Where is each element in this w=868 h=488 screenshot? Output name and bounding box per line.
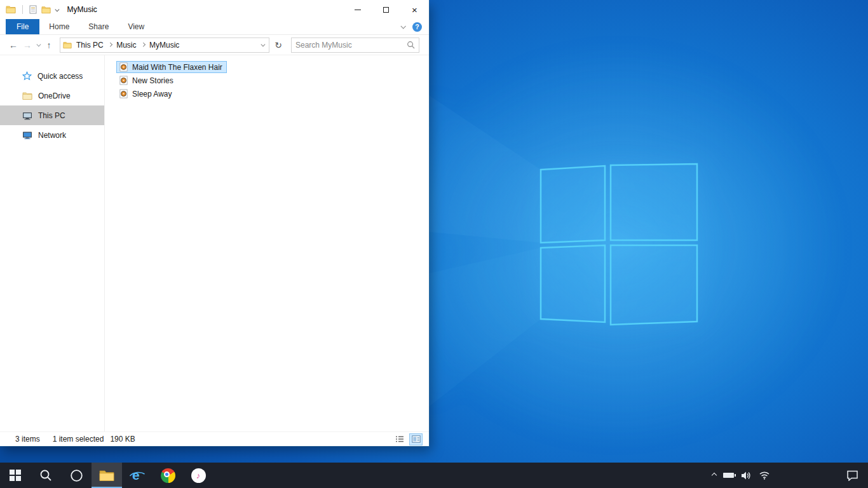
window-folder-icon	[6, 4, 16, 15]
taskbar-search-button[interactable]	[31, 463, 61, 488]
close-icon: ×	[412, 5, 417, 15]
qat-divider	[22, 5, 23, 14]
system-tray	[712, 463, 770, 488]
tab-share[interactable]: Share	[79, 19, 118, 34]
breadcrumb-this-pc[interactable]: This PC	[72, 38, 108, 52]
address-bar[interactable]: This PC Music MyMusic	[60, 37, 269, 53]
sidebar-item-quick-access[interactable]: Quick access	[0, 66, 104, 86]
details-view-button[interactable]	[393, 433, 406, 445]
status-bar: 3 items 1 item selected 190 KB	[0, 431, 429, 446]
breadcrumb-separator-icon	[141, 43, 145, 46]
tab-file[interactable]: File	[6, 19, 39, 34]
explorer-main: Quick access OneDrive This PC	[0, 55, 429, 431]
sidebar-item-network[interactable]: Network	[0, 125, 104, 145]
computer-icon	[22, 111, 32, 121]
show-hidden-icons-chevron-icon[interactable]	[712, 473, 717, 478]
media-file-icon	[119, 62, 128, 72]
window-title: MyMusic	[67, 5, 97, 14]
customize-qat-chevron-icon[interactable]	[55, 7, 59, 11]
large-icons-view-button[interactable]	[409, 433, 423, 445]
back-button[interactable]: ←	[6, 37, 20, 53]
file-name: New Stories	[132, 76, 173, 85]
expand-ribbon-chevron-icon[interactable]	[400, 24, 405, 29]
up-button[interactable]: ↑	[42, 37, 56, 53]
svg-text:e: e	[132, 468, 140, 482]
new-folder-icon[interactable]	[41, 5, 51, 14]
cortana-icon	[70, 469, 83, 482]
breadcrumb-mymusic[interactable]: MyMusic	[145, 38, 184, 52]
onedrive-folder-icon	[22, 91, 32, 100]
ribbon-right-controls: ?	[401, 19, 429, 34]
action-center-button[interactable]	[839, 463, 865, 488]
action-center-icon	[846, 470, 858, 481]
taskbar-chrome[interactable]	[153, 463, 183, 488]
taskbar-file-explorer[interactable]	[92, 463, 122, 488]
start-button[interactable]	[0, 463, 31, 488]
address-dropdown-chevron-icon[interactable]	[261, 43, 264, 46]
help-icon[interactable]: ?	[412, 22, 422, 32]
cortana-button[interactable]	[61, 463, 92, 488]
search-icon[interactable]	[407, 41, 415, 49]
close-button[interactable]: ×	[400, 0, 429, 19]
battery-icon[interactable]	[723, 473, 734, 478]
sidebar-item-onedrive[interactable]: OneDrive	[0, 86, 104, 105]
tab-view[interactable]: View	[118, 19, 154, 34]
maximize-button[interactable]	[372, 0, 400, 19]
selection-size: 190 KB	[110, 435, 135, 444]
file-name: Sleep Away	[132, 90, 172, 98]
media-file-icon	[119, 89, 128, 98]
ribbon-tab-bar: File Home Share View ?	[0, 19, 429, 35]
maximize-icon	[383, 7, 389, 13]
address-folder-icon	[63, 41, 72, 49]
sidebar-item-label: Network	[38, 131, 66, 140]
media-file-icon	[119, 76, 128, 85]
sidebar-item-label: OneDrive	[38, 92, 71, 100]
taskbar-internet-explorer[interactable]: e	[122, 463, 153, 488]
minimize-icon	[355, 10, 361, 10]
details-view-icon	[395, 435, 404, 443]
minimize-button[interactable]	[343, 0, 372, 19]
title-bar[interactable]: MyMusic ×	[0, 0, 429, 19]
navigation-pane: Quick access OneDrive This PC	[0, 55, 105, 431]
taskbar-spacer	[214, 463, 712, 488]
internet-explorer-icon: e	[129, 468, 146, 483]
large-icons-view-icon	[412, 435, 421, 443]
star-icon	[22, 71, 32, 81]
sidebar-item-label: This PC	[38, 111, 65, 120]
selection-count: 1 item selected	[53, 435, 104, 444]
forward-button[interactable]: →	[20, 37, 34, 53]
volume-icon[interactable]	[741, 471, 752, 480]
file-item[interactable]: Maid With The Flaxen Hair	[116, 60, 429, 74]
windows-start-icon	[10, 470, 21, 481]
chrome-icon	[161, 468, 175, 483]
file-list[interactable]: Maid With The Flaxen Hair New Stories	[105, 55, 429, 431]
sidebar-item-label: Quick access	[37, 72, 83, 81]
view-toggles	[393, 433, 423, 445]
file-explorer-icon	[99, 469, 114, 482]
breadcrumb-music[interactable]: Music	[112, 38, 140, 52]
search-input[interactable]	[295, 41, 407, 50]
file-item[interactable]: New Stories	[116, 74, 429, 87]
taskbar: e ♪	[0, 463, 868, 488]
search-icon	[39, 469, 52, 482]
file-name: Maid With The Flaxen Hair	[132, 63, 222, 72]
sidebar-item-this-pc[interactable]: This PC	[0, 105, 104, 125]
properties-icon[interactable]	[29, 5, 37, 14]
file-explorer-window: MyMusic × File Home Share View ? ← → ↑ T…	[0, 0, 429, 446]
refresh-button[interactable]: ↻	[271, 37, 286, 53]
network-icon	[22, 130, 32, 140]
breadcrumb-separator-icon	[108, 43, 112, 46]
network-wifi-icon[interactable]	[759, 471, 770, 480]
tab-home[interactable]: Home	[39, 19, 79, 34]
search-box[interactable]	[291, 37, 419, 53]
navigation-bar: ← → ↑ This PC Music MyMusic ↻	[0, 35, 429, 55]
file-item[interactable]: Sleep Away	[116, 87, 429, 100]
itunes-icon: ♪	[191, 468, 206, 483]
items-count: 3 items	[15, 435, 40, 444]
window-controls: ×	[343, 0, 429, 19]
quick-access-toolbar	[0, 4, 58, 15]
recent-locations-chevron-icon[interactable]	[34, 37, 42, 53]
taskbar-itunes[interactable]: ♪	[183, 463, 214, 488]
